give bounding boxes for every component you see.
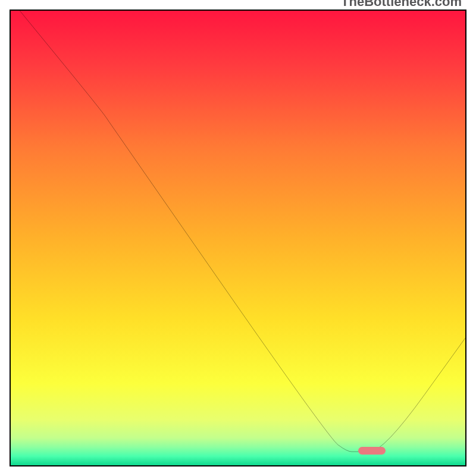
bottleneck-curve	[11, 11, 465, 465]
plot-area	[11, 11, 465, 465]
optimal-marker	[358, 447, 386, 455]
watermark-label: TheBottleneck.com	[341, 0, 462, 10]
chart-frame: TheBottleneck.com	[10, 10, 466, 466]
